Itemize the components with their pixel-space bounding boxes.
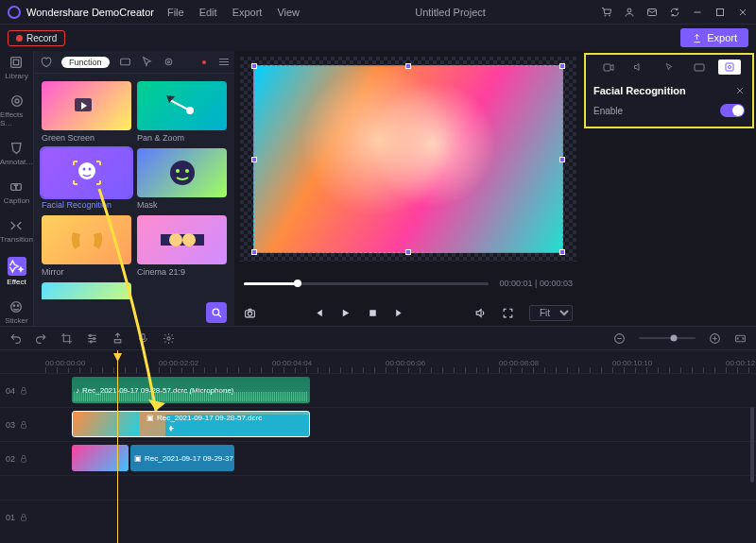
track-spacer xyxy=(0,475,756,500)
menu-edit[interactable]: Edit xyxy=(199,7,217,18)
lock-icon[interactable] xyxy=(19,513,28,522)
search-button[interactable] xyxy=(206,302,227,323)
svg-rect-7 xyxy=(14,59,19,64)
rail-caption[interactable]: T Caption xyxy=(4,179,30,205)
cursor-tab-icon[interactable] xyxy=(141,56,153,68)
effects-store-icon xyxy=(9,93,25,109)
fit-select[interactable]: Fit xyxy=(529,305,573,321)
rail-annotation[interactable]: Annotat… xyxy=(0,141,33,166)
main-row: Library Effects S… Annotat… T Caption Tr… xyxy=(0,51,756,326)
svg-rect-35 xyxy=(369,310,376,316)
marker-icon[interactable] xyxy=(112,332,124,345)
audio-tab-icon[interactable] xyxy=(163,56,175,68)
fullscreen-icon[interactable] xyxy=(502,307,514,319)
next-icon[interactable] xyxy=(394,307,406,319)
panel-tab-face[interactable] xyxy=(718,59,741,75)
annotation-icon xyxy=(9,141,25,156)
mail-icon[interactable] xyxy=(646,7,658,18)
lock-icon[interactable] xyxy=(19,386,28,396)
panel-close-icon[interactable] xyxy=(735,86,745,95)
maximize-icon[interactable] xyxy=(714,7,726,18)
panel-tab-cursor[interactable] xyxy=(658,59,680,75)
tab-function[interactable]: Function xyxy=(61,57,110,68)
lock-icon[interactable] xyxy=(19,454,28,464)
effects-grid: Green Screen Pan & Zoom Facial Recogniti… xyxy=(34,74,234,299)
snapshot-icon[interactable] xyxy=(244,307,256,319)
rail-transition[interactable]: Transition xyxy=(0,218,33,244)
svg-point-26 xyxy=(176,169,180,173)
lock-icon[interactable] xyxy=(19,420,28,430)
facial-recognition-panel: Facial Recognition Enable xyxy=(584,53,754,128)
menu-export[interactable]: Export xyxy=(232,7,263,18)
prev-icon[interactable] xyxy=(312,307,324,319)
close-icon[interactable] xyxy=(737,7,748,18)
rail-effects-store[interactable]: Effects S… xyxy=(0,93,33,127)
panel-tab-audio[interactable] xyxy=(627,59,650,75)
ruler[interactable]: 00:00:00:00 00:00:02:02 00:00:04:04 00:0… xyxy=(0,350,756,367)
redo-icon[interactable] xyxy=(35,332,47,345)
clip-video-02-thumb[interactable] xyxy=(72,445,129,471)
svg-point-31 xyxy=(213,309,219,315)
rail-effect[interactable]: Effect xyxy=(7,257,26,286)
caption-icon: T xyxy=(9,179,24,195)
svg-point-8 xyxy=(15,99,19,103)
user-icon[interactable] xyxy=(624,7,635,18)
stop-icon[interactable] xyxy=(367,307,379,319)
svg-point-25 xyxy=(170,161,195,185)
library-panel: Function Green Screen Pan & Zoom Facial … xyxy=(34,51,234,326)
undo-icon[interactable] xyxy=(9,332,22,345)
svg-rect-38 xyxy=(726,63,733,71)
panel-tab-frame[interactable] xyxy=(688,59,711,75)
volume-icon[interactable] xyxy=(474,307,487,319)
crop-icon[interactable] xyxy=(60,332,73,345)
zoom-out-icon[interactable] xyxy=(613,332,626,345)
zoom-slider[interactable] xyxy=(639,337,696,339)
record-button[interactable]: Record xyxy=(8,30,65,46)
svg-point-27 xyxy=(185,169,189,173)
settings-icon[interactable] xyxy=(163,332,175,345)
zoom-fit-icon[interactable] xyxy=(734,332,747,345)
scrub-bar[interactable] xyxy=(244,282,489,285)
playhead[interactable] xyxy=(117,350,118,543)
svg-point-23 xyxy=(82,168,85,171)
export-button[interactable]: Export xyxy=(680,28,748,47)
clip-video-02[interactable]: ▣ Rec_2021-09-17 09-29-37 xyxy=(130,445,234,471)
preview-canvas[interactable] xyxy=(240,57,576,262)
effect-mirror[interactable]: Mirror xyxy=(42,215,131,277)
refresh-icon[interactable] xyxy=(669,7,680,18)
effect-extra[interactable] xyxy=(42,282,131,299)
effect-cinema[interactable]: Cinema 21:9 xyxy=(137,215,227,277)
effect-pan-zoom[interactable]: Pan & Zoom xyxy=(137,81,227,143)
adjust-icon[interactable] xyxy=(86,332,98,345)
svg-rect-37 xyxy=(695,64,704,71)
menu-file[interactable]: File xyxy=(167,7,184,18)
rail-library[interactable]: Library xyxy=(5,55,27,80)
preview-image[interactable] xyxy=(253,65,563,254)
effect-facial-recognition[interactable]: Facial Recognition xyxy=(42,148,131,210)
menu-view[interactable]: View xyxy=(277,7,300,18)
zoom-in-icon[interactable] xyxy=(709,332,721,345)
record-dot-icon xyxy=(16,35,23,42)
transition-icon xyxy=(9,218,24,233)
minimize-icon[interactable] xyxy=(692,7,703,18)
hamburger-icon[interactable] xyxy=(219,59,229,65)
svg-point-14 xyxy=(18,305,19,306)
clip-video-03[interactable]: ▣ Rec_2021-09-17 09-28-57.dcrc xyxy=(72,411,310,437)
mic-icon[interactable] xyxy=(137,332,149,345)
panel-tab-video[interactable] xyxy=(597,59,620,75)
effect-green-screen[interactable]: Green Screen xyxy=(42,81,131,143)
sticker-icon xyxy=(9,299,24,314)
heart-icon[interactable] xyxy=(40,56,52,68)
titlebar: Wondershare DemoCreator File Edit Export… xyxy=(0,0,756,25)
video-tab-icon[interactable] xyxy=(119,56,131,68)
rail-sticker[interactable]: Sticker xyxy=(5,299,27,325)
cart-icon[interactable] xyxy=(601,7,612,18)
timeline-scrollbar[interactable] xyxy=(750,407,754,483)
enable-toggle[interactable] xyxy=(720,104,745,117)
svg-rect-59 xyxy=(22,517,26,520)
play-icon[interactable] xyxy=(339,307,352,319)
timeline-toolbar xyxy=(0,326,756,350)
effect-mask[interactable]: Mask xyxy=(137,148,227,210)
clip-audio[interactable]: ♪ Rec_2021-09-17 09-28-57.dcrc (Micropho… xyxy=(72,377,310,403)
svg-point-13 xyxy=(14,305,15,306)
